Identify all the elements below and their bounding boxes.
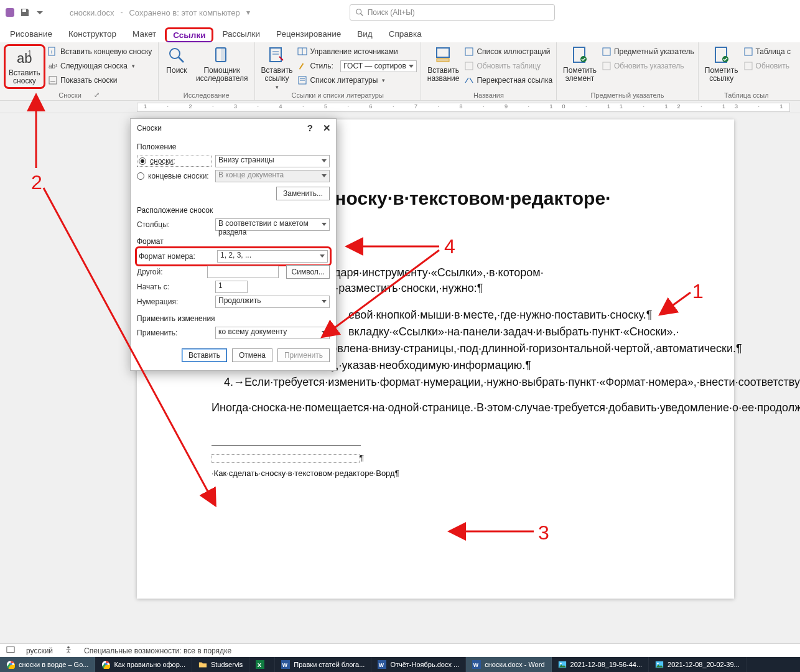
footnotes-dialog-launcher[interactable]: ⤢ — [94, 91, 100, 99]
svg-point-58 — [657, 663, 659, 665]
show-footnotes-button[interactable]: Показать сноски — [48, 74, 152, 86]
taskbar-item-label: Studservis — [211, 661, 243, 668]
svg-text:1: 1 — [28, 50, 32, 57]
research-search-label: Поиск — [166, 67, 187, 75]
symbol-button[interactable]: Символ... — [286, 265, 330, 279]
apply-button[interactable]: Применить — [277, 348, 330, 362]
chrome-icon — [101, 660, 110, 669]
doc-item2a: вкладку·«Ссылки»·на·панели·задач·и·выбра… — [348, 325, 679, 338]
tab-mailings[interactable]: Рассылки — [215, 27, 267, 42]
qat-dropdown-icon[interactable] — [35, 7, 45, 17]
footnotes-position-combo[interactable]: Внизу страницы — [215, 155, 330, 167]
insert-button[interactable]: Вставить — [182, 348, 227, 362]
radio-endnotes-label[interactable]: концевые сноски: — [148, 172, 209, 180]
group-index: Пометить элемент Предметный указатель Об… — [557, 42, 699, 100]
status-language[interactable]: русский — [26, 646, 53, 655]
insert-caption-button[interactable]: Вставить название — [425, 44, 462, 84]
tab-drawing[interactable]: Рисование — [2, 27, 60, 42]
researcher-button[interactable]: Помощник исследователя — [193, 44, 251, 84]
dialog-help-icon[interactable]: ? — [307, 123, 313, 134]
custom-mark-input[interactable] — [207, 266, 279, 278]
taskbar-item-4[interactable]: WПравки статей блога... — [275, 657, 371, 672]
title-bar: сноски.docx - Сохранено в: этот компьюте… — [0, 0, 800, 25]
svg-rect-26 — [465, 62, 473, 70]
cross-reference-button[interactable]: Перекрестная ссылка — [464, 74, 552, 86]
number-format-combo[interactable]: 1, 2, 3, ... — [217, 250, 328, 263]
tab-help[interactable]: Справка — [381, 27, 429, 42]
svg-rect-23 — [437, 48, 449, 57]
taskbar-item-label: сноски.docx - Word — [485, 661, 544, 668]
ribbon-tabs: Рисование Конструктор Макет Ссылки Рассы… — [0, 25, 800, 42]
manage-sources-button[interactable]: Управление источниками — [297, 45, 416, 58]
save-icon[interactable] — [20, 7, 30, 17]
cancel-button[interactable]: Отмена — [232, 348, 272, 362]
tab-design[interactable]: Конструктор — [61, 27, 124, 42]
taskbar-item-0[interactable]: сноски в ворде – Go... — [0, 657, 95, 672]
table-of-figures-button[interactable]: Список иллюстраций — [464, 45, 552, 58]
update-index-label: Обновить указатель — [614, 62, 684, 70]
language-icon[interactable] — [6, 645, 15, 656]
taskbar-item-5[interactable]: WОтчёт-Ноябрь.docx ... — [371, 657, 466, 672]
saved-location[interactable]: Сохранено в: этот компьютер — [129, 8, 240, 17]
next-footnote-button[interactable]: ab¹Следующая сноска▾ — [48, 60, 152, 72]
svg-point-42 — [67, 646, 70, 649]
radio-footnotes[interactable] — [139, 157, 146, 165]
mark-entry-button[interactable]: Пометить элемент — [560, 44, 599, 84]
tab-layout[interactable]: Макет — [125, 27, 164, 42]
insert-caption-label: Вставить название — [427, 67, 460, 83]
table-of-authorities-label: Таблица с — [756, 47, 791, 56]
mark-citation-button[interactable]: Пометить ссылку — [702, 44, 741, 84]
taskbar-item-7[interactable]: 2021-12-08_19-56-44... — [552, 657, 649, 672]
bibliography-button[interactable]: Список литературы▾ — [297, 74, 416, 86]
group-footnotes: ab1 Вставить сноску iВставить концевую с… — [0, 42, 159, 100]
insert-index-label: Предметный указатель — [614, 47, 694, 56]
svg-rect-1 — [22, 9, 26, 12]
horizontal-ruler[interactable]: 1 · 2 · 3 · 4 · 5 · 6 · 7 · 8 · 9 · 10 ·… — [0, 101, 800, 113]
citation-style[interactable]: Стиль: ГОСТ — сортиров — [297, 60, 416, 72]
taskbar-item-6[interactable]: Wсноски.docx - Word — [466, 657, 551, 672]
insert-endnote-button[interactable]: iВставить концевую сноску — [48, 45, 152, 58]
table-of-authorities-button[interactable]: Таблица с — [743, 45, 791, 58]
start-at-spinner[interactable]: 1 — [215, 281, 248, 293]
taskbar-item-8[interactable]: 2021-12-08_20-02-39... — [649, 657, 747, 672]
update-authorities-button: Обновить — [743, 60, 791, 72]
footnote-separator — [212, 446, 361, 446]
citation-style-label: Стиль: — [310, 62, 333, 70]
tab-references[interactable]: Ссылки — [165, 27, 213, 42]
footnote-number-area[interactable] — [212, 454, 360, 463]
autosave-icon[interactable] — [5, 7, 15, 17]
tab-view[interactable]: Вид — [350, 27, 379, 42]
dialog-close-icon[interactable]: ✕ — [323, 123, 331, 134]
replace-button[interactable]: Заменить... — [276, 187, 330, 200]
svg-text:W: W — [473, 662, 479, 668]
radio-endnotes[interactable] — [137, 172, 144, 180]
taskbar-item-1[interactable]: Как правильно офор... — [95, 657, 192, 672]
taskbar-item-2[interactable]: Studservis — [192, 657, 249, 672]
svg-line-12 — [179, 57, 184, 62]
columns-label: Столбцы: — [137, 220, 212, 229]
numbering-combo[interactable]: Продолжить — [215, 296, 330, 308]
group-research-caption: Исследование — [184, 91, 230, 99]
accessibility-icon[interactable] — [64, 645, 73, 656]
group-research: Поиск Помощник исследователя Исследовани… — [159, 42, 255, 100]
windows-taskbar: сноски в ворде – Go...Как правильно офор… — [0, 657, 800, 672]
insert-index-button[interactable]: Предметный указатель — [602, 45, 694, 58]
footnote-text: ·Как·сделать·сноску·в·текстовом·редактор… — [212, 469, 399, 478]
dialog-section-position: Положение — [137, 142, 330, 151]
search-box[interactable]: Поиск (Alt+Ы) — [350, 4, 555, 21]
insert-footnote-button[interactable]: ab1 Вставить сноску — [6, 47, 43, 86]
callout-2: 2 — [31, 171, 42, 194]
taskbar-item-3[interactable]: X — [249, 657, 275, 672]
tab-review[interactable]: Рецензирование — [269, 27, 348, 42]
svg-text:ab¹: ab¹ — [49, 63, 58, 70]
columns-combo[interactable]: В соответствии с макетом раздела — [215, 218, 330, 231]
radio-footnotes-label[interactable]: сноски: — [150, 157, 175, 166]
citation-style-combo[interactable]: ГОСТ — сортиров — [340, 60, 417, 72]
table-of-figures-label: Список иллюстраций — [477, 47, 550, 56]
research-search-button[interactable]: Поиск — [162, 44, 191, 76]
callout-4: 4 — [444, 235, 455, 258]
insert-citation-button[interactable]: Вставить ссылку ▾ — [259, 44, 295, 91]
apply-to-combo[interactable]: ко всему документу — [215, 327, 330, 339]
group-citations: Вставить ссылку ▾ Управление источниками… — [255, 42, 421, 100]
status-accessibility[interactable]: Специальные возможности: все в порядке — [84, 646, 231, 655]
